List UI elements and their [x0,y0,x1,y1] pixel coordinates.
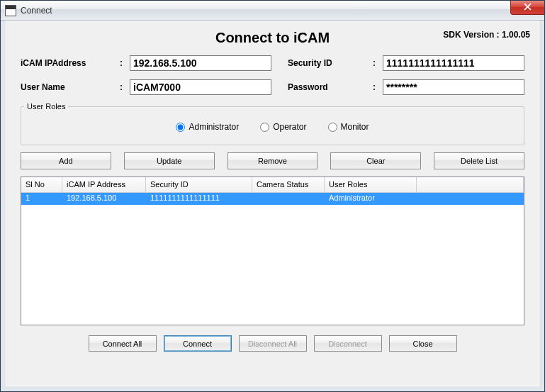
role-radio-monitor[interactable] [328,123,337,132]
table-header-row: Sl No iCAM IP Address Security ID Camera… [21,177,524,193]
user-roles-group: User Roles Administrator Operator Monito… [21,102,524,145]
action-button-row: Add Update Remove Clear Delete List [21,152,524,169]
ip-address-input[interactable] [130,55,271,71]
col-header-roles[interactable]: User Roles [325,177,417,193]
close-button[interactable]: Close [389,335,457,352]
cell-rest [417,193,524,205]
connection-form: iCAM IPAddress : Security ID : User Name… [21,55,524,95]
roles-row: Administrator Operator Monitor [24,122,521,132]
table-row[interactable]: 1192.168.5.1001111111111111111Administra… [21,193,524,205]
security-id-label: Security ID [288,58,366,68]
security-id-input[interactable] [383,55,524,71]
colon: : [370,58,378,68]
username-input[interactable] [130,79,271,95]
ip-address-label: iCAM IPAddress [21,58,113,68]
heading-row: Connect to iCAM SDK Version : 1.00.05 [12,26,533,50]
disconnect-button[interactable]: Disconnect [314,335,382,352]
cell-roles: Administrator [325,193,417,205]
cell-camera [252,193,325,205]
role-option-operator[interactable]: Operator [260,122,306,132]
user-roles-legend: User Roles [24,102,68,111]
app-icon [5,5,16,16]
close-window-button[interactable] [510,1,544,15]
cell-slno: 1 [21,193,62,205]
colon: : [117,58,125,68]
password-label: Password [288,82,366,92]
cell-ip: 192.168.5.100 [62,193,146,205]
update-button[interactable]: Update [124,152,215,169]
sdk-version-label: SDK Version : 1.00.05 [443,30,530,40]
role-radio-administrator[interactable] [176,123,185,132]
cell-secid: 1111111111111111 [146,193,252,205]
app-window: Connect Connect to iCAM SDK Version : 1.… [0,0,545,392]
role-label-administrator: Administrator [189,122,239,132]
col-header-slno[interactable]: Sl No [21,177,62,193]
role-radio-operator[interactable] [260,123,269,132]
col-header-secid[interactable]: Security ID [146,177,252,193]
colon: : [117,82,125,92]
page-title: Connect to iCAM [215,30,330,46]
bottom-button-row: Connect All Connect Disconnect All Disco… [12,335,533,352]
titlebar[interactable]: Connect [1,1,544,21]
col-header-ip[interactable]: iCAM IP Address [62,177,146,193]
table-body: 1192.168.5.1001111111111111111Administra… [21,193,524,205]
delete-list-button[interactable]: Delete List [434,152,524,169]
username-label: User Name [21,82,113,92]
col-header-rest [417,177,524,193]
password-input[interactable] [383,79,524,95]
window-title: Connect [21,6,52,16]
role-label-monitor: Monitor [341,122,369,132]
add-button[interactable]: Add [21,152,111,169]
connect-button[interactable]: Connect [164,335,232,352]
clear-button[interactable]: Clear [330,152,421,169]
role-option-monitor[interactable]: Monitor [328,122,369,132]
disconnect-all-button[interactable]: Disconnect All [239,335,307,352]
remove-button[interactable]: Remove [227,152,318,169]
close-icon [524,3,532,12]
role-option-administrator[interactable]: Administrator [176,122,239,132]
role-label-operator: Operator [273,122,306,132]
device-table[interactable]: Sl No iCAM IP Address Security ID Camera… [21,177,524,325]
client-area: Connect to iCAM SDK Version : 1.00.05 iC… [6,21,539,386]
connect-all-button[interactable]: Connect All [89,335,157,352]
col-header-camera[interactable]: Camera Status [252,177,325,193]
colon: : [370,82,378,92]
